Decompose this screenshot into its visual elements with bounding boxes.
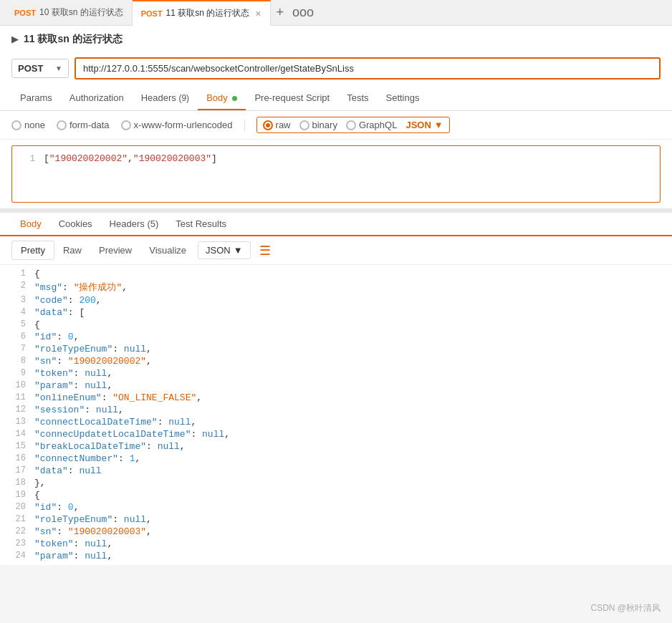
json-line: 6 "id": 0, xyxy=(0,331,672,343)
tab-1[interactable]: POST 10 获取sn 的运行状态 xyxy=(6,0,133,26)
request-title-text: 11 获取sn 的运行状态 xyxy=(24,33,123,46)
tab-settings[interactable]: Settings xyxy=(378,87,428,110)
body-code-editor[interactable]: 1 ["190020020002","190020020003"] xyxy=(11,145,661,203)
method-select[interactable]: POST ▼ xyxy=(11,59,69,78)
tab-params[interactable]: Params xyxy=(11,87,61,110)
resp-tab-cookies[interactable]: Cookies xyxy=(50,213,101,235)
view-visualize-button[interactable]: Visualize xyxy=(140,241,195,259)
view-pretty-button[interactable]: Pretty xyxy=(11,241,54,260)
json-line: 15 "breakLocalDateTime": null, xyxy=(0,440,672,453)
response-section: Body Cookies Headers (5) Test Results Pr… xyxy=(0,213,672,565)
radio-binary-icon xyxy=(299,120,309,130)
tab2-close-icon[interactable]: × xyxy=(255,8,261,19)
radio-raw-icon xyxy=(263,120,273,130)
json-line: 4 "data": [ xyxy=(0,306,672,319)
tab-body[interactable]: Body xyxy=(198,87,246,110)
view-raw-button[interactable]: Raw xyxy=(54,241,90,259)
tab-actions: + ooo xyxy=(274,5,317,20)
body-type-raw[interactable]: raw xyxy=(263,120,291,130)
json-line: 3 "code": 200, xyxy=(0,294,672,306)
body-dot-indicator xyxy=(232,96,237,101)
radio-graphql-icon xyxy=(346,120,356,130)
radio-formdata-icon xyxy=(57,120,67,130)
method-value: POST xyxy=(18,63,43,74)
format-select[interactable]: JSON ▼ xyxy=(405,120,443,130)
body-type-graphql[interactable]: GraphQL xyxy=(346,120,397,130)
tab2-method: POST xyxy=(141,9,163,18)
json-line: 19 { xyxy=(0,489,672,501)
body-type-none[interactable]: none xyxy=(11,120,45,130)
tab-headers[interactable]: Headers (9) xyxy=(133,87,198,110)
json-line: 8 "sn": "190020020002", xyxy=(0,355,672,367)
tab-pre-request[interactable]: Pre-request Script xyxy=(246,87,338,110)
tab-2[interactable]: POST 11 获取sn 的运行状态 × xyxy=(133,0,271,26)
json-line: 18 }, xyxy=(0,477,672,489)
resp-format-select[interactable]: JSON ▼ xyxy=(198,241,251,259)
collapse-arrow-icon[interactable]: ▶ xyxy=(11,34,18,44)
request-section: ▶ 11 获取sn 的运行状态 POST ▼ Params Authorizat… xyxy=(0,26,672,213)
json-line: 9 "token": null, xyxy=(0,367,672,380)
json-line: 7 "roleTypeEnum": null, xyxy=(0,343,672,355)
url-input[interactable] xyxy=(75,57,661,79)
json-line: 14 "connecUpdatetLocalDateTime": null, xyxy=(0,428,672,440)
json-line: 21 "roleTypeEnum": null, xyxy=(0,513,672,526)
request-tabs: Params Authorization Headers (9) Body Pr… xyxy=(0,87,672,111)
tab-tests[interactable]: Tests xyxy=(338,87,377,110)
json-line: 2 "msg": "操作成功", xyxy=(0,280,672,294)
url-bar: POST ▼ xyxy=(0,53,672,87)
json-line: 10 "param": null, xyxy=(0,380,672,392)
resp-tab-body[interactable]: Body xyxy=(11,213,50,236)
tab1-label: 10 获取sn 的运行状态 xyxy=(39,6,123,19)
resp-tab-headers[interactable]: Headers (5) xyxy=(101,213,168,235)
json-line: 23 "token": null, xyxy=(0,538,672,550)
json-line: 11 "onlineEnum": "ON_LINE_FALSE", xyxy=(0,392,672,404)
add-tab-button[interactable]: + xyxy=(274,5,287,20)
separator xyxy=(244,120,245,131)
body-type-binary[interactable]: binary xyxy=(299,120,337,130)
method-dropdown-icon: ▼ xyxy=(55,64,62,72)
json-line: 20 "id": 0, xyxy=(0,501,672,513)
resp-format-dropdown-icon: ▼ xyxy=(234,245,243,256)
json-line: 24 "param": null, xyxy=(0,550,672,562)
format-dropdown-icon: ▼ xyxy=(434,120,443,130)
wrap-icon[interactable]: ☰ xyxy=(259,243,271,259)
json-output: 1{2 "msg": "操作成功",3 "code": 200,4 "data"… xyxy=(0,265,672,565)
radio-none-icon xyxy=(11,120,21,130)
body-line-1: 1 ["190020020002","190020020003"] xyxy=(12,152,660,165)
json-line: 22 "sn": "190020020003", xyxy=(0,526,672,538)
json-line: 13 "connectLocalDateTime": null, xyxy=(0,416,672,428)
view-preview-button[interactable]: Preview xyxy=(90,241,140,259)
body-type-urlencoded[interactable]: x-www-form-urlencoded xyxy=(121,120,233,130)
format-options-group: raw binary GraphQL JSON ▼ xyxy=(256,117,450,133)
radio-urlencoded-icon xyxy=(121,120,131,130)
body-type-row: none form-data x-www-form-urlencoded raw… xyxy=(0,111,672,140)
json-line: 5 { xyxy=(0,319,672,331)
json-line: 1{ xyxy=(0,268,672,280)
request-title: ▶ 11 获取sn 的运行状态 xyxy=(0,26,672,53)
json-line: 12 "session": null, xyxy=(0,404,672,416)
tab1-method: POST xyxy=(14,9,36,17)
json-line: 17 "data": null xyxy=(0,465,672,477)
tab-authorization[interactable]: Authorization xyxy=(61,87,133,110)
json-line: 16 "connectNumber": 1, xyxy=(0,453,672,465)
response-toolbar: Pretty Raw Preview Visualize JSON ▼ ☰ xyxy=(0,236,672,265)
more-tabs-button[interactable]: ooo xyxy=(289,5,317,20)
tab2-label: 11 获取sn 的运行状态 xyxy=(166,7,250,19)
tab-bar: POST 10 获取sn 的运行状态 POST 11 获取sn 的运行状态 × … xyxy=(0,0,672,26)
response-tabs: Body Cookies Headers (5) Test Results xyxy=(0,213,672,236)
resp-tab-test-results[interactable]: Test Results xyxy=(167,213,235,235)
body-type-form-data[interactable]: form-data xyxy=(57,120,110,130)
